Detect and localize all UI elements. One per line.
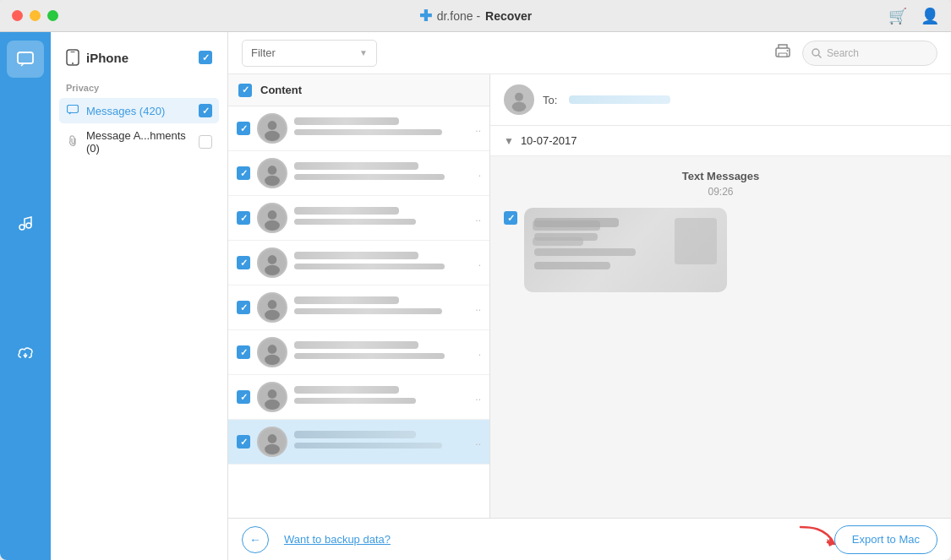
message-row-checkbox[interactable] xyxy=(237,390,250,404)
sidebar-item-messages[interactable] xyxy=(7,41,44,78)
minimize-button[interactable] xyxy=(30,10,41,21)
search-box[interactable]: Search xyxy=(802,41,937,66)
message-info xyxy=(294,252,472,274)
message-row[interactable]: . xyxy=(228,241,489,285)
message-row[interactable]: .. xyxy=(228,375,489,420)
chevron-down-icon: ▼ xyxy=(504,135,514,147)
message-dots: . xyxy=(478,257,481,269)
message-preview-blur xyxy=(294,264,445,269)
message-row-checkbox[interactable] xyxy=(237,211,250,225)
svg-point-11 xyxy=(812,49,819,56)
avatar xyxy=(257,113,287,144)
svg-rect-7 xyxy=(68,106,79,113)
attachments-checkbox[interactable] xyxy=(199,135,212,149)
message-info xyxy=(294,162,472,184)
svg-point-24 xyxy=(265,265,280,275)
message-row[interactable]: . xyxy=(228,330,489,375)
close-button[interactable] xyxy=(12,10,23,21)
message-name-blur xyxy=(294,252,418,259)
sidebar-item-cloud[interactable] xyxy=(7,334,44,372)
message-dots: .. xyxy=(475,122,481,134)
svg-point-39 xyxy=(512,102,527,112)
filter-chevron-icon: ▼ xyxy=(359,48,368,57)
message-info xyxy=(294,207,468,229)
message-dots: .. xyxy=(475,212,481,224)
sidebar-item-attachments[interactable]: Message A...hments (0) xyxy=(59,123,219,160)
app-title: dr.fone - xyxy=(437,9,480,23)
drfone-logo: ✚ xyxy=(419,7,432,25)
message-info xyxy=(294,386,468,408)
message-row[interactable]: .. xyxy=(228,106,489,151)
bubble-checkbox[interactable] xyxy=(504,211,517,225)
avatar xyxy=(257,427,287,457)
cart-icon[interactable]: 🛒 xyxy=(888,7,907,25)
bottom-right: Export to Mac xyxy=(792,523,937,557)
svg-point-30 xyxy=(265,355,280,365)
svg-point-15 xyxy=(265,131,280,141)
content-area: Filter ▼ Sear xyxy=(228,32,951,560)
message-row[interactable]: . xyxy=(228,151,489,196)
svg-point-14 xyxy=(268,121,277,130)
message-name-blur xyxy=(294,207,399,215)
traffic-lights xyxy=(12,10,58,21)
message-name-blur xyxy=(294,431,416,438)
search-icon xyxy=(812,48,822,58)
sidebar xyxy=(0,32,51,560)
print-icon[interactable] xyxy=(773,42,792,63)
sidebar-item-music[interactable] xyxy=(7,204,44,242)
avatar xyxy=(257,337,287,367)
messages-checkbox[interactable] xyxy=(199,104,212,117)
message-dots: . xyxy=(478,167,481,179)
titlebar-actions: 🛒 👤 xyxy=(888,7,939,25)
select-all-checkbox[interactable] xyxy=(238,84,252,97)
message-name-blur xyxy=(294,341,418,349)
music-icon xyxy=(16,214,35,232)
svg-point-27 xyxy=(265,310,280,320)
date-text: 10-07-2017 xyxy=(521,134,577,147)
titlebar: ✚ dr.fone - Recover 🛒 👤 xyxy=(0,0,951,32)
sidebar-item-messages-list[interactable]: Messages (420) xyxy=(59,98,219,123)
svg-point-18 xyxy=(265,176,280,186)
back-button[interactable]: ← xyxy=(242,526,269,553)
back-arrow-icon: ← xyxy=(249,533,261,546)
message-bubble-area xyxy=(504,208,937,292)
date-row: ▼ 10-07-2017 xyxy=(490,126,951,156)
to-label: To: xyxy=(543,94,557,106)
export-to-mac-button[interactable]: Export to Mac xyxy=(834,525,937,554)
text-messages-label: Text Messages xyxy=(504,170,937,182)
maximize-button[interactable] xyxy=(47,10,58,21)
filter-dropdown[interactable]: Filter ▼ xyxy=(242,40,377,67)
export-area: Export to Mac xyxy=(792,523,937,557)
message-row-selected[interactable]: .. xyxy=(228,420,489,465)
device-header: iPhone xyxy=(59,44,219,71)
device-name-label: iPhone xyxy=(86,51,128,65)
message-preview-blur xyxy=(294,129,442,135)
svg-point-38 xyxy=(515,93,523,101)
backup-link[interactable]: Want to backup data? xyxy=(284,533,391,546)
message-row-checkbox[interactable] xyxy=(237,435,250,449)
message-row[interactable]: .. xyxy=(228,196,489,241)
svg-point-33 xyxy=(265,400,280,410)
attachments-nav-icon xyxy=(66,135,79,150)
svg-rect-9 xyxy=(779,53,787,57)
message-row-checkbox[interactable] xyxy=(237,166,250,180)
messages-nav-label: Messages (420) xyxy=(86,105,192,117)
message-row-checkbox[interactable] xyxy=(237,122,250,135)
svg-point-35 xyxy=(268,434,277,443)
top-bar: Filter ▼ Sear xyxy=(228,32,951,74)
bottom-left: ← Want to backup data? xyxy=(242,526,391,553)
message-row-checkbox[interactable] xyxy=(237,345,250,359)
user-icon[interactable]: 👤 xyxy=(921,7,939,25)
svg-point-32 xyxy=(268,389,277,399)
message-dots: .. xyxy=(475,302,481,313)
svg-point-23 xyxy=(268,255,277,264)
search-placeholder: Search xyxy=(827,47,859,59)
message-row-checkbox[interactable] xyxy=(237,301,250,314)
contact-name-blur xyxy=(569,95,670,104)
detail-avatar xyxy=(504,84,534,115)
device-checkbox[interactable] xyxy=(199,51,212,64)
svg-point-5 xyxy=(72,63,74,64)
message-row[interactable]: .. xyxy=(228,285,489,330)
message-row-checkbox[interactable] xyxy=(237,256,250,269)
message-dots: .. xyxy=(475,436,481,448)
